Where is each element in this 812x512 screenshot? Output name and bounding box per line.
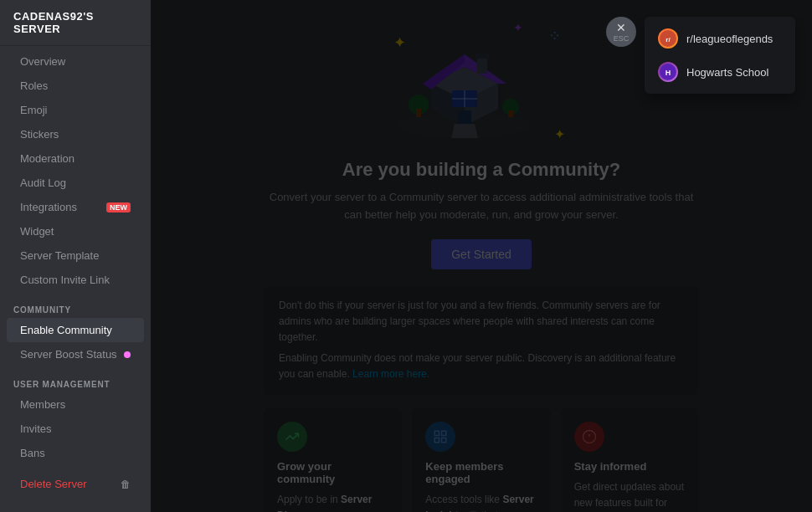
sidebar-item-emoji[interactable]: Emoji [7,98,144,122]
sidebar-item-server-template[interactable]: Server Template [7,243,144,268]
sidebar-item-members[interactable]: Members [7,392,144,417]
sidebar-item-custom-invite-link[interactable]: Custom Invite Link [7,268,144,292]
sidebar-item-audit-log[interactable]: Audit Log [7,171,144,195]
dropdown-item-hogwarts[interactable]: H Hogwarts School [650,55,790,89]
sidebar-item-invites[interactable]: Invites [7,417,144,441]
avatar-leagueoflegends: r/ [658,28,678,49]
user-management-section-header: USER MANAGEMENT [0,366,151,392]
sidebar-item-overview[interactable]: Overview [7,49,144,74]
overlay-panel: ✕ ESC r/ r/leagueoflegends H Hogwarts Sc… [151,0,812,512]
sidebar-item-bans[interactable]: Bans [7,441,144,465]
community-section-header: COMMUNITY [0,292,151,318]
esc-container: ✕ ESC [606,17,636,47]
sidebar-item-delete-server[interactable]: Delete Server 🗑 [7,472,144,496]
esc-label: ESC [614,34,630,43]
sidebar-item-moderation[interactable]: Moderation [7,146,144,171]
sidebar-item-enable-community[interactable]: Enable Community [7,318,144,342]
dropdown-item-leagueoflegends[interactable]: r/ r/leagueoflegends [650,22,790,55]
trash-icon: 🗑 [121,479,131,490]
svg-text:r/: r/ [666,36,671,44]
boost-dot-icon [124,351,131,358]
avatar-hogwarts: H [658,62,678,82]
close-icon: ✕ [616,22,626,33]
settings-sidebar: CADENAS92'S SERVER Overview Roles Emoji … [0,0,151,512]
svg-text:H: H [666,69,671,77]
server-dropdown: r/ r/leagueoflegends H Hogwarts School [645,17,795,94]
dropdown-label-hogwarts: Hogwarts School [686,66,768,79]
esc-button[interactable]: ✕ ESC [606,17,636,47]
sidebar-item-stickers[interactable]: Stickers [7,122,144,146]
sidebar-item-roles[interactable]: Roles [7,74,144,98]
server-name: CADENAS92'S SERVER [0,0,151,46]
sidebar-item-server-boost[interactable]: Server Boost Status [7,342,144,366]
sidebar-item-widget[interactable]: Widget [7,219,144,243]
sidebar-item-integrations[interactable]: Integrations NEW [7,195,144,219]
dropdown-label-leagueoflegends: r/leagueoflegends [686,33,773,45]
new-badge: NEW [106,202,131,212]
